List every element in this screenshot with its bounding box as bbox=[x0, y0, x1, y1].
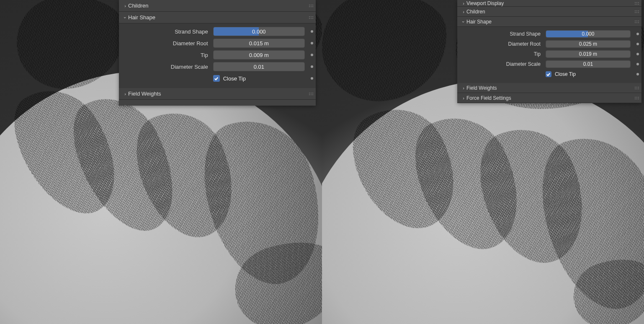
check-icon bbox=[214, 76, 219, 81]
chevron-right-icon: › bbox=[122, 3, 128, 8]
diameter-scale-label: Diameter Scale bbox=[460, 61, 542, 67]
drag-handle-icon[interactable] bbox=[309, 5, 313, 7]
strand-shape-label: Strand Shape bbox=[121, 29, 210, 35]
field-value: 0.000 bbox=[582, 31, 594, 37]
section-label: Children bbox=[128, 3, 148, 9]
field-value: 0.015 m bbox=[249, 40, 269, 47]
hair-shape-body: Strand Shape 0.000 Diameter Root 0.025 m… bbox=[457, 27, 641, 83]
keyframe-dot-icon[interactable] bbox=[311, 54, 313, 56]
chevron-right-icon: › bbox=[461, 9, 466, 14]
chevron-down-icon: › bbox=[123, 15, 128, 21]
field-value: 0.019 m bbox=[579, 51, 597, 57]
diameter-root-label: Diameter Root bbox=[121, 40, 210, 47]
field-value: 0.009 m bbox=[249, 52, 269, 58]
properties-panel-left: › Children › Hair Shape Strand Shape 0.0… bbox=[119, 0, 316, 106]
section-label: Force Field Settings bbox=[466, 95, 511, 101]
strand-shape-label: Strand Shape bbox=[460, 31, 542, 37]
section-hair-shape[interactable]: › Hair Shape bbox=[457, 17, 641, 27]
close-tip-checkbox[interactable] bbox=[546, 71, 551, 77]
close-tip-label: Close Tip bbox=[555, 71, 576, 77]
strand-shape-field[interactable]: 0.000 bbox=[213, 27, 305, 36]
keyframe-dot-icon[interactable] bbox=[311, 65, 313, 68]
diameter-scale-label: Diameter Scale bbox=[121, 64, 210, 70]
section-label: Field Weights bbox=[466, 85, 497, 91]
keyframe-dot-icon[interactable] bbox=[311, 30, 313, 33]
drag-handle-icon[interactable] bbox=[635, 10, 639, 13]
section-label: Hair Shape bbox=[128, 14, 155, 21]
chevron-right-icon: › bbox=[122, 91, 128, 96]
chevron-down-icon: › bbox=[461, 19, 466, 25]
field-value: 0.01 bbox=[254, 64, 264, 70]
diameter-root-label: Diameter Root bbox=[460, 41, 542, 47]
keyframe-dot-icon[interactable] bbox=[636, 43, 639, 45]
section-partial[interactable]: › bbox=[119, 100, 316, 106]
chevron-right-icon: › bbox=[122, 103, 128, 106]
section-field-weights[interactable]: › Field Weights bbox=[457, 83, 641, 93]
diameter-scale-field[interactable]: 0.01 bbox=[546, 60, 631, 68]
drag-handle-icon[interactable] bbox=[309, 93, 313, 95]
tip-field[interactable]: 0.019 m bbox=[546, 50, 631, 58]
chevron-right-icon: › bbox=[461, 86, 466, 91]
section-children[interactable]: › Children bbox=[119, 0, 316, 12]
properties-panel-right: › Viewport Display › Children › Hair Sha… bbox=[457, 0, 641, 103]
section-field-weights[interactable]: › Field Weights bbox=[119, 88, 316, 100]
chevron-right-icon: › bbox=[461, 96, 466, 101]
keyframe-dot-icon[interactable] bbox=[636, 63, 639, 65]
chevron-right-icon: › bbox=[461, 1, 466, 6]
tip-label: Tip bbox=[121, 52, 210, 58]
drag-handle-icon[interactable] bbox=[635, 97, 639, 99]
tip-label: Tip bbox=[460, 51, 542, 57]
close-tip-label: Close Tip bbox=[223, 75, 246, 82]
tip-field[interactable]: 0.009 m bbox=[213, 50, 305, 60]
field-value: 0.01 bbox=[583, 61, 593, 67]
section-viewport-display[interactable]: › Viewport Display bbox=[457, 0, 641, 7]
close-tip-checkbox[interactable] bbox=[213, 75, 220, 82]
section-label: Hair Shape bbox=[466, 19, 492, 25]
keyframe-dot-icon[interactable] bbox=[636, 73, 639, 75]
section-label: Field Weights bbox=[128, 91, 161, 97]
field-value: 0.000 bbox=[252, 29, 266, 35]
check-icon bbox=[546, 72, 551, 77]
section-label: Viewport Display bbox=[466, 0, 504, 6]
section-label: Children bbox=[466, 9, 485, 15]
keyframe-dot-icon[interactable] bbox=[636, 33, 639, 35]
keyframe-dot-icon[interactable] bbox=[311, 42, 313, 44]
strand-shape-field[interactable]: 0.000 bbox=[546, 30, 631, 38]
diameter-root-field[interactable]: 0.015 m bbox=[213, 39, 305, 48]
diameter-scale-field[interactable]: 0.01 bbox=[213, 62, 305, 71]
section-hair-shape[interactable]: › Hair Shape bbox=[119, 12, 316, 23]
drag-handle-icon[interactable] bbox=[309, 16, 313, 19]
drag-handle-icon[interactable] bbox=[635, 87, 639, 89]
keyframe-dot-icon[interactable] bbox=[636, 53, 639, 55]
drag-handle-icon[interactable] bbox=[635, 21, 639, 23]
diameter-root-field[interactable]: 0.025 m bbox=[546, 40, 631, 48]
keyframe-dot-icon[interactable] bbox=[311, 77, 313, 80]
drag-handle-icon[interactable] bbox=[635, 2, 639, 5]
section-force-field-settings[interactable]: › Force Field Settings bbox=[457, 93, 641, 103]
field-value: 0.025 m bbox=[579, 41, 597, 47]
section-children[interactable]: › Children bbox=[457, 7, 641, 17]
hair-shape-body: Strand Shape 0.000 Diameter Root 0.015 m… bbox=[119, 23, 316, 88]
